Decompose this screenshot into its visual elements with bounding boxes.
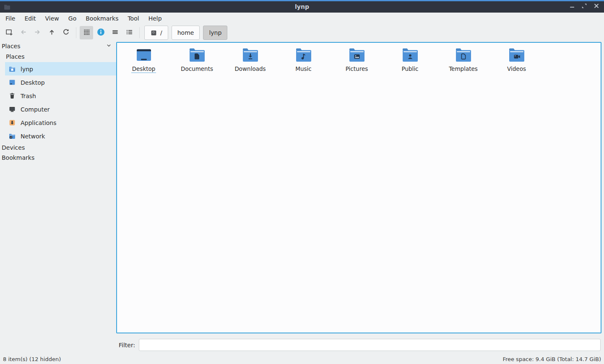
view-button-group xyxy=(79,26,136,39)
restore-button[interactable] xyxy=(581,3,588,10)
sidebar-mode-selector[interactable]: Places xyxy=(0,41,116,51)
path-root-button[interactable]: / xyxy=(144,26,168,40)
menu-help[interactable]: Help xyxy=(144,13,167,23)
file-item-label: Videos xyxy=(506,65,527,73)
pathbar: /homelynp xyxy=(144,26,227,40)
desktop-big-icon xyxy=(135,47,153,63)
menu-view[interactable]: View xyxy=(41,13,64,23)
folder-videos-icon xyxy=(508,47,526,63)
file-item-desktop[interactable]: Desktop xyxy=(117,47,170,73)
close-button[interactable] xyxy=(593,3,600,10)
path-segment-label: lynp xyxy=(209,29,221,36)
file-item-documents[interactable]: Documents xyxy=(170,47,224,73)
filter-input[interactable] xyxy=(139,339,601,351)
menu-go[interactable]: Go xyxy=(64,13,81,23)
info-button[interactable] xyxy=(94,26,107,39)
path-segment-label: / xyxy=(160,29,162,36)
menu-bookmarks[interactable]: Bookmarks xyxy=(81,13,123,23)
home-folder-icon xyxy=(8,65,16,73)
sidebar-section-bookmarks[interactable]: Bookmarks xyxy=(0,153,116,163)
compact-view-button[interactable] xyxy=(108,26,122,39)
sidebar-item-lynp[interactable]: lynp xyxy=(5,62,116,75)
folder-downloads-icon xyxy=(241,47,260,63)
file-view[interactable]: Desktop Documents Downloads Music Pictur… xyxy=(116,42,601,333)
sidebar: Places Places lynpDesktopTrashComputerAp… xyxy=(0,41,116,335)
menu-edit[interactable]: Edit xyxy=(20,13,40,23)
toolbar-separator xyxy=(139,27,140,38)
file-item-label: Desktop xyxy=(131,65,156,73)
trash-icon xyxy=(8,92,16,99)
file-manager-window: lynp FileEditViewGoBookmarksToolHelp /ho… xyxy=(0,0,604,364)
file-item-label: Documents xyxy=(180,65,214,73)
refresh-icon xyxy=(62,29,70,37)
path-home-button[interactable]: home xyxy=(172,26,200,40)
applications-icon xyxy=(8,119,16,126)
free-space-text: Free space: 9.4 GiB (Total: 14.7 GiB) xyxy=(502,356,601,362)
sidebar-mode-label: Places xyxy=(2,43,21,49)
new-tab-icon xyxy=(5,29,13,37)
sidebar-item-applications[interactable]: Applications xyxy=(5,116,116,129)
grid-view-icon xyxy=(83,29,90,37)
item-count-text: 8 item(s) (12 hidden) xyxy=(3,356,61,362)
path-lynp-button[interactable]: lynp xyxy=(203,26,227,40)
forward-button[interactable] xyxy=(31,26,44,39)
folder-public-icon xyxy=(401,47,419,63)
file-grid: Desktop Documents Downloads Music Pictur… xyxy=(117,43,601,73)
minimize-button[interactable] xyxy=(569,3,575,10)
file-item-label: Downloads xyxy=(234,65,266,73)
sidebar-item-desktop[interactable]: Desktop xyxy=(5,75,116,89)
file-item-label: Pictures xyxy=(345,65,369,73)
file-item-pictures[interactable]: Pictures xyxy=(330,47,383,73)
new-tab-button[interactable] xyxy=(2,26,16,39)
desktop-icon xyxy=(8,79,16,86)
drive-icon xyxy=(150,29,157,36)
info-icon xyxy=(97,28,105,38)
toolbar: /homelynp xyxy=(0,24,604,41)
file-item-label: Templates xyxy=(448,65,479,73)
file-item-templates[interactable]: Templates xyxy=(437,47,490,73)
forward-arrow-icon xyxy=(34,29,41,37)
file-item-videos[interactable]: Videos xyxy=(490,47,543,73)
reload-button[interactable] xyxy=(59,26,73,39)
file-item-downloads[interactable]: Downloads xyxy=(224,47,277,73)
sidebar-item-trash[interactable]: Trash xyxy=(5,89,116,102)
computer-icon xyxy=(8,106,16,113)
detailed-list-button[interactable] xyxy=(122,26,136,39)
sidebar-root-places[interactable]: Places xyxy=(0,51,116,62)
folder-music-icon xyxy=(294,47,313,63)
sidebar-items: lynpDesktopTrashComputerApplicationsNetw… xyxy=(0,62,116,143)
chevron-down-icon xyxy=(106,42,112,50)
network-icon xyxy=(8,133,16,140)
window-title: lynp xyxy=(0,3,604,10)
sidebar-item-label: Desktop xyxy=(21,79,45,86)
folder-templates-icon xyxy=(454,47,473,63)
icon-view-button[interactable] xyxy=(80,26,93,39)
nav-button-group xyxy=(2,26,73,39)
menu-tool[interactable]: Tool xyxy=(123,13,143,23)
toolbar-separator xyxy=(76,27,76,38)
sidebar-section-devices[interactable]: Devices xyxy=(0,143,116,153)
restore-icon xyxy=(581,3,588,11)
sidebar-item-computer[interactable]: Computer xyxy=(5,102,116,116)
up-button[interactable] xyxy=(45,26,58,39)
statusbar: 8 item(s) (12 hidden) Free space: 9.4 Gi… xyxy=(0,354,604,364)
file-item-label: Music xyxy=(294,65,312,73)
sidebar-item-label: Applications xyxy=(21,119,57,126)
hamburger-menu-icon xyxy=(112,29,119,37)
sidebar-item-label: Network xyxy=(21,133,45,140)
file-item-music[interactable]: Music xyxy=(277,47,330,73)
window-controls xyxy=(569,3,600,10)
folder-documents-icon xyxy=(188,47,206,63)
close-icon xyxy=(593,3,600,11)
sidebar-sections: DevicesBookmarks xyxy=(0,143,116,163)
list-view-icon xyxy=(126,29,133,37)
menubar: FileEditViewGoBookmarksToolHelp xyxy=(0,13,604,24)
sidebar-item-label: Trash xyxy=(21,92,36,99)
sidebar-item-label: Computer xyxy=(21,106,50,113)
file-item-public[interactable]: Public xyxy=(383,47,437,73)
menu-file[interactable]: File xyxy=(1,13,20,23)
sidebar-item-network[interactable]: Network xyxy=(5,129,116,143)
back-button[interactable] xyxy=(16,26,30,39)
folder-pictures-icon xyxy=(348,47,366,63)
minimize-icon xyxy=(569,3,575,11)
